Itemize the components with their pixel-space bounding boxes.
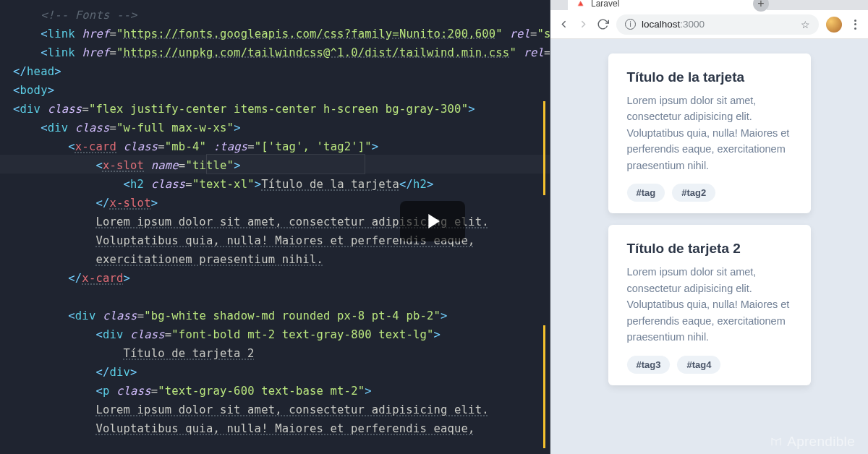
tag-pill[interactable]: #tag xyxy=(627,184,665,202)
tag-pill[interactable]: #tag3 xyxy=(627,356,671,374)
watermark: Aprendible xyxy=(770,434,855,450)
site-info-icon[interactable]: i xyxy=(625,19,636,30)
code-content[interactable]: <!-- Fonts --> <link href="https://fonts… xyxy=(0,0,550,438)
url-port: :3000 xyxy=(680,19,705,30)
video-play-button[interactable] xyxy=(400,201,465,241)
card-tags: #tag #tag2 xyxy=(627,184,792,202)
card-title: Título de tarjeta 2 xyxy=(627,241,792,257)
card-body: Lorem ipsum dolor sit amet, consectetur … xyxy=(627,264,792,345)
reload-icon[interactable] xyxy=(597,18,609,30)
browser-tab[interactable]: 🔺 Laravel × xyxy=(568,0,767,12)
change-marker xyxy=(543,101,545,195)
card-2: Título de tarjeta 2 Lorem ipsum dolor si… xyxy=(608,225,811,385)
profile-avatar[interactable] xyxy=(826,17,842,33)
card-tags: #tag3 #tag4 xyxy=(627,356,792,374)
tab-title: Laravel xyxy=(591,0,619,9)
browser-toolbar: i localhost:3000 ☆ xyxy=(550,10,868,39)
code-editor-pane[interactable]: <!-- Fonts --> <link href="https://fonts… xyxy=(0,0,550,454)
browser-tab-strip: 🔺 Laravel × + xyxy=(550,0,868,10)
forward-icon[interactable] xyxy=(577,18,590,30)
laravel-icon: 🔺 xyxy=(575,0,586,9)
card-body: Lorem ipsum dolor sit amet, consectetur … xyxy=(627,93,792,174)
address-bar[interactable]: i localhost:3000 ☆ xyxy=(616,14,819,35)
url-host: localhost xyxy=(642,19,680,30)
change-marker xyxy=(543,325,545,448)
card-1: Título de la tarjeta Lorem ipsum dolor s… xyxy=(608,53,811,213)
page-viewport[interactable]: Título de la tarjeta Lorem ipsum dolor s… xyxy=(550,39,868,454)
back-icon[interactable] xyxy=(558,18,570,30)
bookmark-star-icon[interactable]: ☆ xyxy=(801,19,810,30)
browser-pane: 🔺 Laravel × + i localhost:3000 ☆ Título … xyxy=(550,0,868,454)
browser-menu-icon[interactable] xyxy=(849,20,861,30)
tag-pill[interactable]: #tag2 xyxy=(672,184,715,202)
tag-pill[interactable]: #tag4 xyxy=(677,356,720,374)
card-title: Título de la tarjeta xyxy=(627,69,792,85)
